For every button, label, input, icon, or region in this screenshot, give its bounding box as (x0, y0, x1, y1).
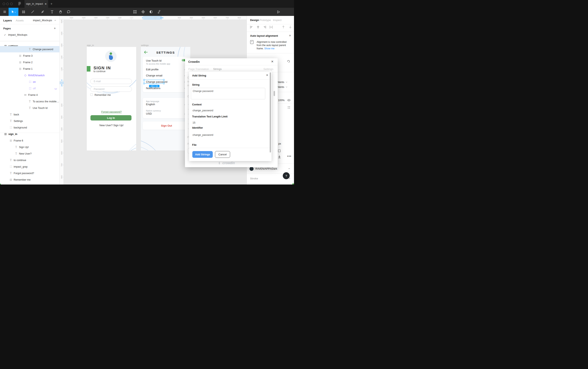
log-in-button[interactable]: Log In (90, 115, 131, 120)
tab-layers[interactable]: Layers (3, 19, 12, 22)
tab-design[interactable]: Design (250, 19, 259, 22)
remember-me-checkbox[interactable] (90, 93, 93, 96)
layer-row-background[interactable]: background (0, 124, 60, 131)
layer-row-frame-4[interactable]: Frame 4 (0, 92, 60, 98)
more-options-icon[interactable]: ••• (287, 155, 292, 158)
shape-tool-icon[interactable] (30, 8, 35, 16)
sign-in-mockup[interactable]: SIGN IN to continue E-mail Password Reme… (87, 47, 136, 150)
sign-up-text[interactable]: New User? Sign Up! (87, 124, 136, 127)
pen-tool-icon[interactable] (40, 8, 45, 16)
cancel-button[interactable]: Cancel (215, 151, 230, 158)
native-currency-value[interactable]: USD (146, 112, 152, 115)
figma-logo-icon[interactable] (18, 2, 21, 7)
move-tool-dropdown-icon[interactable] (14, 11, 16, 12)
main-menu-icon[interactable] (2, 8, 7, 16)
layer-row-change-password[interactable]: TChange password (0, 46, 60, 52)
show-me-link[interactable]: Show me (264, 47, 274, 50)
layer-row-use-touch-id[interactable]: TUse Touch Id (0, 105, 60, 111)
tab-inspect[interactable]: Inspect (273, 19, 282, 22)
password-field[interactable]: Password (90, 86, 132, 92)
tab-strings[interactable]: Strings (213, 68, 222, 70)
layer-row-back[interactable]: Tback (0, 111, 60, 118)
align-horizontal-center-icon[interactable] (257, 26, 260, 29)
context-field-value[interactable]: change_password (192, 109, 213, 112)
project-name[interactable]: impact_Mockups (33, 19, 52, 22)
layer-row-sign-up-[interactable]: TSign Up! (0, 144, 60, 150)
modal-close-icon[interactable]: ✕ (266, 74, 268, 77)
help-button[interactable]: ? (283, 172, 290, 179)
window-minimize-button[interactable] (6, 3, 9, 5)
settings-row-edit-profile[interactable]: Edit profile (146, 68, 158, 71)
move-up-icon[interactable] (282, 25, 285, 29)
tab-settings[interactable]: Settings (263, 68, 273, 70)
layer-row-frame-2[interactable]: Frame 2 (0, 59, 60, 65)
add-page-button[interactable]: + (54, 27, 56, 30)
app-language-value[interactable]: English (146, 103, 155, 106)
layer-row-settings[interactable]: TSettings (0, 118, 60, 124)
layer-row-impact-gray[interactable]: impact_gray (0, 163, 60, 170)
email-field[interactable]: E-mail (90, 79, 132, 84)
layer-row-to-access-the-mobile-[interactable]: TTo access the mobile… (0, 98, 60, 105)
layer-row-frame-3[interactable]: Frame 3 (0, 53, 60, 59)
dialog-scrollbar[interactable] (273, 91, 275, 96)
new-tab-button[interactable]: + (51, 2, 52, 6)
tab-close-icon[interactable]: ✕ (44, 2, 47, 6)
link-icon[interactable] (156, 8, 162, 16)
settings-mockup[interactable]: SETTINGS Use Touch IdTo access the mobil… (141, 47, 190, 150)
present-icon[interactable] (276, 8, 281, 16)
layer-row-on[interactable]: on (0, 79, 60, 85)
independent-corners-icon[interactable] (288, 106, 290, 109)
fill-style-name[interactable]: RAVEN/APP/cDark (255, 167, 277, 170)
window-zoom-button[interactable] (10, 3, 13, 5)
settings-row-use-touch-id[interactable]: Use Touch Id (146, 59, 161, 62)
page-item[interactable]: impact_Mockups (8, 33, 27, 36)
layer-row-remember-me[interactable]: Remember me (0, 177, 60, 183)
project-collapse-icon[interactable] (54, 20, 56, 21)
hand-tool-icon[interactable] (58, 8, 63, 16)
document-tab[interactable]: sign_in_impact ✕ (24, 0, 48, 8)
edit-object-icon[interactable] (132, 8, 138, 16)
create-component-icon[interactable] (140, 8, 146, 16)
settings-row-change-email[interactable]: Change email (146, 74, 162, 77)
comment-tool-icon[interactable] (66, 8, 71, 16)
use-as-mask-icon[interactable] (148, 8, 154, 16)
remove-fill-icon[interactable]: − (288, 167, 290, 170)
visibility-eye-icon[interactable] (287, 99, 291, 101)
layer-row-off[interactable]: off (0, 85, 60, 91)
sign-out-card[interactable]: Sign Out (143, 121, 190, 130)
layer-row-frame-6[interactable]: Frame 6 (0, 137, 60, 144)
align-right-icon[interactable] (263, 26, 266, 29)
text-tool-icon[interactable] (49, 8, 55, 16)
opacity-value[interactable]: 100% (278, 99, 285, 102)
modal-scrollbar[interactable] (270, 72, 271, 152)
selection-outline[interactable] (144, 80, 164, 84)
layer-row-new-user-[interactable]: TNew User? (0, 150, 60, 157)
export-download-icon[interactable] (278, 155, 281, 158)
align-left-icon[interactable] (250, 26, 253, 29)
length-limit-value[interactable]: 15 (192, 121, 195, 124)
frame-title-settings[interactable]: settings (141, 44, 149, 47)
frame-title-sign-in[interactable]: sign_in (87, 44, 94, 47)
layer-row-to-continue[interactable]: Tto continue (0, 157, 60, 163)
alignment-close-icon[interactable]: ✕ (289, 34, 291, 37)
sign-out-label[interactable]: Sign Out (161, 124, 172, 127)
dialog-close-icon[interactable]: ✕ (271, 60, 273, 63)
move-down-icon[interactable] (289, 25, 292, 29)
window-close-button[interactable] (3, 3, 5, 5)
identifier-value[interactable]: change_password (192, 134, 213, 136)
string-field-input[interactable]: Change password (191, 88, 265, 99)
frame-tool-icon[interactable] (21, 8, 26, 16)
layer-row-frame-1[interactable]: Frame 1 (0, 66, 60, 72)
layer-row-forgot-password-[interactable]: TForgot password? (0, 170, 60, 176)
tab-assets[interactable]: Assets (16, 19, 24, 22)
add-strings-button[interactable]: Add Strings (192, 151, 213, 158)
export-preview-icon[interactable] (278, 150, 281, 152)
fill-color-swatch[interactable] (250, 167, 253, 171)
tab-page-translation[interactable]: Page Translation (188, 68, 209, 70)
forgot-password-link[interactable]: Forgot password? (87, 110, 136, 113)
tab-prototype[interactable]: Prototype (260, 19, 271, 22)
move-tool-button[interactable] (9, 8, 18, 16)
layer-row-sign-in[interactable]: sign_in (0, 131, 60, 137)
eye-closed-icon[interactable] (54, 87, 57, 91)
layer-row-raven-switch[interactable]: RAVEN/switch (0, 72, 60, 79)
